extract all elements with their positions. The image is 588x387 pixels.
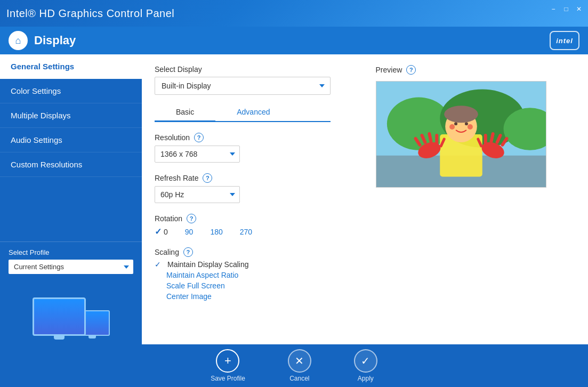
rotation-label-90: 90	[185, 228, 194, 236]
display-select-row: Select Display Built-in Display Basic Ad…	[155, 65, 575, 311]
sidebar-item-audio-settings[interactable]: Audio Settings	[0, 128, 142, 152]
scaling-options: ✓ Maintain Display Scaling Maintain Aspe…	[155, 260, 355, 301]
monitor-illustration-area	[0, 280, 142, 344]
rotation-option-270[interactable]: 270	[240, 228, 252, 236]
resolution-section: Resolution ? 1366 x 768 1920 x 1080 1280…	[155, 133, 355, 163]
sidebar-item-general-settings[interactable]: General Settings	[0, 54, 142, 79]
select-display-label-row: Select Display	[155, 65, 355, 74]
tab-advanced[interactable]: Advanced	[215, 103, 291, 122]
preview-image	[376, 81, 546, 188]
profile-label: Select Profile	[9, 248, 133, 256]
tab-basic[interactable]: Basic	[155, 103, 215, 122]
rotation-option-180[interactable]: 180	[210, 228, 222, 236]
save-profile-button[interactable]: + Save Profile	[211, 349, 245, 382]
rotation-label-0: 0	[164, 228, 168, 236]
content-area: Select Display Built-in Display Basic Ad…	[142, 54, 588, 344]
home-icon[interactable]: ⌂	[9, 31, 28, 50]
preview-label-row: Preview ?	[376, 65, 576, 75]
center-image-label: Center Image	[166, 292, 212, 301]
scaling-option-maintain-aspect[interactable]: Maintain Aspect Ratio	[155, 271, 355, 279]
refresh-rate-section: Refresh Rate ? 60p Hz 30p Hz 24p Hz	[155, 173, 355, 203]
bottom-bar: + Save Profile ✕ Cancel ✓ Apply	[0, 344, 588, 387]
scaling-option-scale-full[interactable]: Scale Full Screen	[155, 281, 355, 290]
rotation-label-row: Rotation ?	[155, 214, 355, 223]
header-title: Display	[34, 34, 76, 47]
cancel-label: Cancel	[289, 375, 309, 382]
window-controls: − □ ✕	[549, 4, 584, 14]
rotation-label: Rotation	[155, 214, 182, 223]
scaling-section: Scaling ? ✓ Maintain Display Scaling Mai…	[155, 247, 355, 301]
profile-section: Select Profile Current Settings	[0, 241, 142, 280]
svg-line-21	[491, 134, 493, 141]
rotation-option-0[interactable]: ✓ 0	[155, 227, 168, 237]
minimize-button[interactable]: −	[549, 4, 558, 14]
svg-point-10	[449, 124, 455, 130]
intel-logo: intel	[550, 31, 579, 50]
refresh-rate-help-icon[interactable]: ?	[203, 173, 212, 183]
svg-point-9	[464, 122, 468, 125]
display-select-wrapper: Built-in Display	[155, 77, 355, 95]
apply-label: Apply	[358, 375, 374, 382]
save-icon: +	[216, 349, 239, 373]
cancel-button[interactable]: ✕ Cancel	[288, 349, 311, 382]
maximize-button[interactable]: □	[561, 4, 571, 14]
save-profile-label: Save Profile	[211, 375, 245, 382]
preview-help-icon[interactable]: ?	[406, 65, 416, 75]
scaling-label-row: Scaling ?	[155, 247, 355, 257]
scaling-help-icon[interactable]: ?	[183, 247, 193, 257]
svg-point-8	[454, 122, 457, 125]
maintain-display-check-icon: ✓	[155, 260, 163, 269]
apply-icon: ✓	[354, 349, 377, 373]
monitor-illustration	[33, 297, 110, 336]
sidebar-item-custom-resolutions[interactable]: Custom Resolutions	[0, 152, 142, 177]
svg-point-7	[444, 106, 478, 123]
refresh-rate-label-row: Refresh Rate ?	[155, 173, 355, 183]
rotation-option-90[interactable]: 90	[185, 228, 194, 236]
rotation-options: ✓ 0 90 180 270	[155, 227, 355, 237]
maintain-aspect-label: Maintain Aspect Ratio	[166, 271, 238, 279]
rotation-help-icon[interactable]: ?	[187, 214, 196, 223]
title-bar-text: Intel® HD Graphics Control Panel	[6, 7, 174, 20]
header-bar: ⌂ Display intel	[0, 27, 588, 54]
close-button[interactable]: ✕	[574, 4, 584, 14]
sidebar-item-color-settings[interactable]: Color Settings	[0, 79, 142, 103]
resolution-label: Resolution	[155, 133, 190, 142]
title-bar: Intel® HD Graphics Control Panel − □ ✕	[0, 0, 588, 27]
scale-full-label: Scale Full Screen	[166, 281, 225, 290]
rotation-label-270: 270	[240, 228, 252, 236]
sidebar: General Settings Color Settings Multiple…	[0, 54, 142, 344]
scaling-label: Scaling	[155, 248, 179, 256]
scaling-option-center[interactable]: Center Image	[155, 292, 355, 301]
resolution-select[interactable]: 1366 x 768 1920 x 1080 1280 x 720	[155, 146, 240, 163]
refresh-rate-label: Refresh Rate	[155, 174, 198, 182]
rotation-section: Rotation ? ✓ 0 90 180	[155, 214, 355, 237]
form-left: Select Display Built-in Display Basic Ad…	[155, 65, 355, 311]
resolution-label-row: Resolution ?	[155, 133, 355, 142]
profile-select[interactable]: Current Settings	[9, 260, 133, 274]
main-layout: General Settings Color Settings Multiple…	[0, 54, 588, 344]
apply-button[interactable]: ✓ Apply	[354, 349, 377, 382]
maintain-display-label: Maintain Display Scaling	[167, 260, 249, 269]
resolution-help-icon[interactable]: ?	[194, 133, 204, 142]
cancel-icon: ✕	[288, 349, 311, 373]
rotation-label-180: 180	[210, 228, 222, 236]
tabs: Basic Advanced	[155, 103, 331, 122]
refresh-rate-select[interactable]: 60p Hz 30p Hz 24p Hz	[155, 186, 240, 203]
rotation-check-0: ✓	[155, 227, 162, 237]
scaling-option-maintain-display[interactable]: ✓ Maintain Display Scaling	[155, 260, 355, 269]
select-display-label: Select Display	[155, 65, 202, 74]
display-select[interactable]: Built-in Display	[155, 77, 331, 95]
preview-svg	[376, 81, 546, 188]
monitor-big	[33, 297, 86, 336]
sidebar-nav: General Settings Color Settings Multiple…	[0, 54, 142, 241]
sidebar-item-multiple-displays[interactable]: Multiple Displays	[0, 103, 142, 128]
svg-line-15	[429, 134, 431, 141]
svg-point-11	[467, 124, 472, 130]
preview-area: Preview ?	[355, 65, 576, 188]
preview-label: Preview	[376, 66, 402, 74]
